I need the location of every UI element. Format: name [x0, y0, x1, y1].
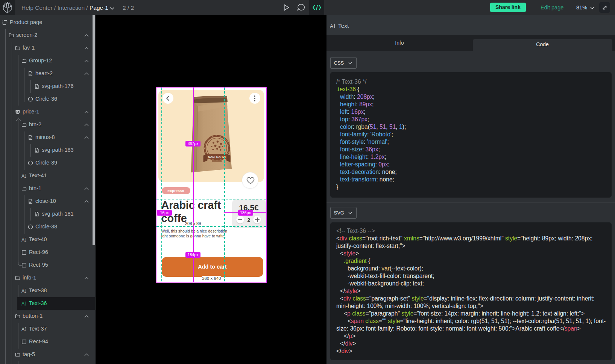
svg-text:A: A: [330, 23, 333, 29]
